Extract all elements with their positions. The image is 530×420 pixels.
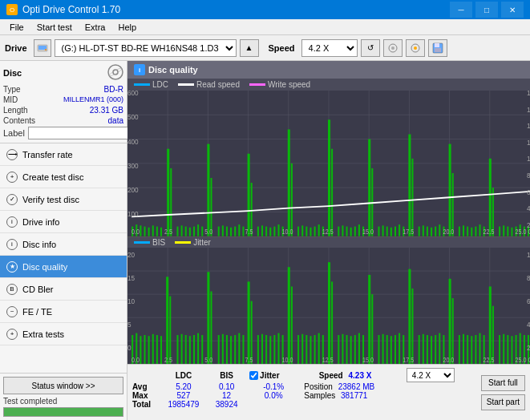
label-input[interactable] bbox=[28, 127, 135, 139]
svg-text:10: 10 bbox=[127, 297, 135, 305]
svg-rect-96 bbox=[435, 227, 436, 236]
svg-rect-63 bbox=[288, 129, 290, 236]
bottom-chart-svg: 20 15 10 5 0 10% 8% 6% 4% 2% 0.0 2.5 5.0… bbox=[127, 248, 530, 364]
start-part-button[interactable]: Start part bbox=[481, 394, 525, 410]
svg-rect-9 bbox=[435, 48, 441, 52]
save-btn[interactable] bbox=[428, 39, 447, 57]
jitter-checkbox[interactable] bbox=[249, 371, 258, 380]
svg-text:6%: 6% bbox=[527, 297, 530, 305]
drive-icon-btn[interactable] bbox=[34, 39, 51, 57]
nav-disc-quality[interactable]: ★ Disc quality bbox=[0, 256, 127, 278]
svg-text:18X: 18X bbox=[527, 91, 530, 97]
svg-rect-65 bbox=[297, 227, 299, 236]
svg-rect-181 bbox=[234, 335, 236, 364]
menu-file[interactable]: File bbox=[3, 21, 30, 34]
stats-total-row: Total 1985479 38924 bbox=[132, 400, 471, 409]
eject-btn[interactable]: ▲ bbox=[240, 39, 259, 57]
svg-point-6 bbox=[414, 46, 417, 50]
svg-rect-230 bbox=[452, 298, 454, 364]
nav-icon-transfer: ⟶ bbox=[6, 149, 18, 160]
svg-rect-74 bbox=[338, 227, 339, 236]
svg-text:500: 500 bbox=[127, 113, 139, 122]
svg-rect-67 bbox=[305, 227, 307, 236]
avg-jitter: -0.1% bbox=[246, 382, 301, 391]
svg-text:22.5: 22.5 bbox=[483, 356, 496, 364]
svg-text:22.5: 22.5 bbox=[483, 228, 496, 236]
title-bar: O Opti Drive Control 1.70 ─ □ ✕ bbox=[0, 0, 530, 19]
svg-rect-66 bbox=[301, 225, 303, 236]
tools-btn[interactable] bbox=[406, 39, 425, 57]
svg-rect-101 bbox=[459, 227, 460, 236]
svg-text:4X: 4X bbox=[527, 204, 530, 213]
svg-rect-39 bbox=[181, 225, 183, 236]
speed-select[interactable]: 4.2 X bbox=[301, 39, 358, 57]
toolbar: Drive (G:) HL-DT-ST BD-RE WH16NS48 1.D3 … bbox=[0, 35, 530, 61]
stats-bis-header: BIS bbox=[207, 368, 246, 382]
nav-drive-info[interactable]: i Drive info bbox=[0, 211, 127, 233]
svg-rect-104 bbox=[471, 228, 472, 236]
nav-verify-test-disc[interactable]: ✓ Verify test disc bbox=[0, 188, 127, 211]
svg-text:6X: 6X bbox=[527, 188, 530, 196]
svg-rect-32 bbox=[148, 228, 150, 236]
nav-cd-bler[interactable]: B CD Bler bbox=[0, 278, 127, 301]
svg-rect-102 bbox=[463, 225, 464, 236]
refresh-btn[interactable]: ↺ bbox=[361, 39, 380, 57]
svg-rect-83 bbox=[378, 227, 379, 236]
samples-value: 381771 bbox=[341, 391, 367, 400]
svg-rect-222 bbox=[419, 335, 420, 364]
svg-rect-235 bbox=[475, 335, 476, 364]
chart-title: Disc quality bbox=[148, 65, 198, 75]
svg-rect-81 bbox=[368, 139, 370, 236]
nav-create-test-disc[interactable]: + Create test disc bbox=[0, 166, 127, 188]
stats-ldc-header: LDC bbox=[160, 368, 207, 382]
nav-fe-te[interactable]: ~ FE / TE bbox=[0, 301, 127, 323]
svg-rect-36 bbox=[167, 149, 169, 236]
svg-rect-54 bbox=[248, 154, 250, 236]
menu-start-test[interactable]: Start test bbox=[30, 21, 79, 34]
nav-transfer-rate[interactable]: ⟶ Transfer rate bbox=[0, 143, 127, 166]
svg-rect-188 bbox=[265, 335, 267, 364]
nav-disc-info[interactable]: i Disc info bbox=[0, 233, 127, 256]
total-bis: 38924 bbox=[207, 400, 246, 409]
avg-label: Avg bbox=[132, 382, 160, 391]
status-window-button[interactable]: Status window >> bbox=[3, 377, 123, 394]
svg-rect-162 bbox=[148, 336, 150, 364]
close-button[interactable]: ✕ bbox=[501, 2, 524, 18]
app-title: Opti Drive Control 1.70 bbox=[22, 4, 120, 15]
svg-rect-97 bbox=[439, 224, 440, 236]
type-value: BD-R bbox=[104, 85, 123, 94]
svg-rect-94 bbox=[427, 227, 428, 236]
svg-rect-179 bbox=[226, 335, 228, 364]
svg-rect-42 bbox=[193, 227, 195, 236]
svg-rect-60 bbox=[273, 227, 275, 236]
nav-icon-disc-quality: ★ bbox=[6, 261, 18, 273]
start-full-button[interactable]: Start full bbox=[481, 375, 525, 391]
svg-rect-200 bbox=[318, 333, 320, 364]
stats-avg-row: Avg 5.20 0.10 -0.1% Position 23862 MB bbox=[132, 382, 471, 391]
burn-btn[interactable] bbox=[383, 39, 403, 57]
app-icon: O bbox=[6, 4, 18, 15]
svg-rect-169 bbox=[181, 333, 183, 364]
svg-text:5.0: 5.0 bbox=[204, 228, 213, 236]
svg-rect-72 bbox=[328, 119, 330, 236]
content-area: i Disc quality LDC Read speed Write spee… bbox=[127, 61, 530, 420]
svg-text:2%: 2% bbox=[527, 343, 530, 352]
drive-select[interactable]: (G:) HL-DT-ST BD-RE WH16NS48 1.D3 bbox=[55, 39, 237, 57]
svg-rect-175 bbox=[207, 272, 209, 364]
svg-text:0.0: 0.0 bbox=[131, 228, 140, 236]
minimize-button[interactable]: ─ bbox=[450, 2, 472, 18]
maximize-button[interactable]: □ bbox=[475, 2, 498, 18]
svg-rect-218 bbox=[399, 333, 400, 364]
stats-speed-dropdown[interactable]: 4.2 X bbox=[407, 368, 455, 382]
svg-text:10.0: 10.0 bbox=[282, 228, 294, 236]
menu-extra[interactable]: Extra bbox=[79, 21, 112, 34]
svg-text:7.5: 7.5 bbox=[245, 228, 254, 236]
legend-ldc-color bbox=[134, 83, 150, 86]
svg-text:600: 600 bbox=[127, 91, 139, 97]
svg-rect-202 bbox=[328, 262, 330, 364]
max-ldc: 527 bbox=[160, 391, 207, 400]
nav-extra-tests[interactable]: + Extra tests bbox=[0, 323, 127, 345]
nav-icon-verify: ✓ bbox=[6, 194, 18, 205]
menu-help[interactable]: Help bbox=[111, 21, 143, 34]
svg-text:2.5: 2.5 bbox=[164, 228, 173, 236]
